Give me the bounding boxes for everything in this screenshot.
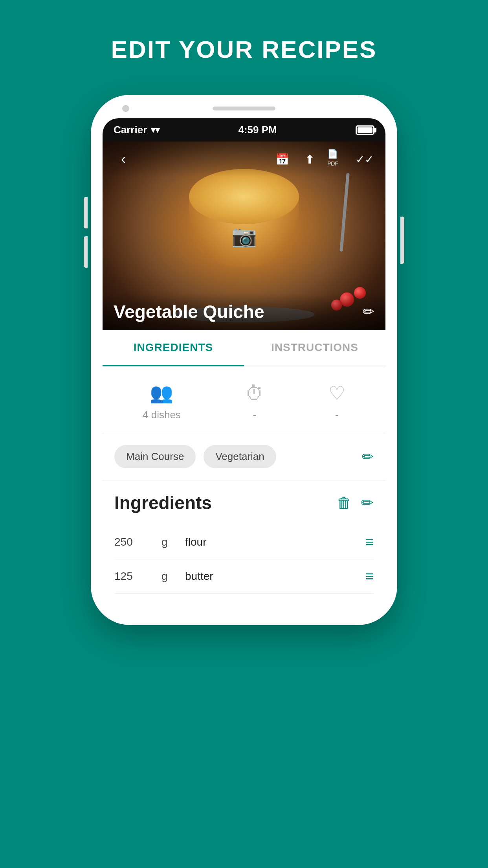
quiche-top — [189, 169, 299, 224]
battery-indicator — [356, 125, 374, 135]
tag-vegetarian[interactable]: Vegetarian — [204, 445, 276, 468]
delete-ingredients-button[interactable]: 🗑 — [337, 495, 352, 511]
ingredient-row-1: 250 g flour ≡ — [114, 525, 374, 559]
recipe-title-bar: Vegetable Quiche ✏ — [103, 293, 385, 330]
tag-main-course-label: Main Course — [126, 451, 184, 462]
ingredient-2-amount: 125 — [114, 570, 161, 583]
tab-ingredients[interactable]: INGREDIENTS — [103, 330, 244, 366]
pdf-icon: 📄PDF — [327, 149, 347, 169]
dishes-label: 4 dishes — [143, 409, 181, 421]
stats-row: 👥 4 dishes ⏱ - ♡ - — [103, 366, 385, 433]
stat-dishes[interactable]: 👥 4 dishes — [143, 382, 181, 421]
calendar-button[interactable]: 📅 — [272, 149, 292, 169]
stat-time[interactable]: ⏱ - — [245, 383, 264, 421]
ingredient-2-unit: g — [161, 570, 185, 583]
tab-instructions[interactable]: INSTRUCTIONS — [244, 330, 385, 366]
nav-icons-right: 📅 ⬆ 📄PDF ✓✓ — [272, 149, 374, 169]
back-icon: ‹ — [121, 151, 126, 167]
share-button[interactable]: ⬆ — [300, 149, 319, 169]
ingredient-row-2: 125 g butter ≡ — [114, 559, 374, 594]
camera-icon: 📷 — [231, 224, 257, 247]
wifi-icon: ▾▾ — [151, 125, 160, 135]
ingredient-1-amount: 250 — [114, 536, 161, 548]
drag-handle-1[interactable]: ≡ — [365, 534, 374, 550]
edit-ingredients-button[interactable]: ✏ — [361, 494, 374, 511]
share-icon: ⬆ — [305, 153, 315, 166]
phone-top-bar — [103, 107, 385, 110]
drag-handle-2[interactable]: ≡ — [365, 568, 374, 585]
ingredient-1-unit: g — [161, 536, 185, 548]
check-all-button[interactable]: ✓✓ — [355, 149, 374, 169]
volume-up-button — [84, 197, 88, 228]
front-camera — [122, 105, 129, 112]
favorites-label: - — [335, 409, 339, 421]
tags-row: Main Course Vegetarian ✏ — [103, 433, 385, 480]
tabs-container: INGREDIENTS INSTRUCTIONS — [103, 330, 385, 366]
recipe-name-label: Vegetable Quiche — [114, 301, 264, 322]
page-header-title: EDIT YOUR RECIPES — [111, 35, 377, 63]
time-icon: ⏱ — [245, 383, 264, 404]
tab-instructions-label: INSTRUCTIONS — [271, 341, 358, 353]
phone-speaker — [213, 107, 275, 110]
time-display: 4:59 PM — [238, 124, 277, 136]
ingredients-section: Ingredients 🗑 ✏ 250 g flour ≡ 125 g butt… — [103, 480, 385, 601]
stat-favorites[interactable]: ♡ - — [328, 382, 345, 421]
tab-ingredients-label: INGREDIENTS — [134, 341, 213, 353]
back-button[interactable]: ‹ — [114, 149, 133, 169]
carrier-info: Carrier ▾▾ — [114, 124, 160, 136]
battery-fill — [358, 127, 372, 133]
ingredients-title: Ingredients — [114, 492, 337, 513]
phone-screen: Carrier ▾▾ 4:59 PM ‹ — [103, 118, 385, 601]
recipe-image-container[interactable]: ‹ 📅 ⬆ 📄PDF ✓✓ — [103, 142, 385, 330]
camera-overlay-button[interactable]: 📷 — [231, 224, 257, 248]
pdf-button[interactable]: 📄PDF — [327, 149, 347, 169]
ingredients-header: Ingredients 🗑 ✏ — [114, 492, 374, 513]
volume-down-button — [84, 236, 88, 268]
phone-frame: Carrier ▾▾ 4:59 PM ‹ — [91, 95, 397, 625]
time-label: - — [253, 409, 257, 421]
recipe-name-edit-button[interactable]: ✏ — [363, 303, 374, 320]
ingredients-actions: 🗑 ✏ — [337, 494, 374, 511]
tag-vegetarian-label: Vegetarian — [215, 451, 264, 462]
status-bar: Carrier ▾▾ 4:59 PM — [103, 118, 385, 142]
carrier-label: Carrier — [114, 124, 147, 136]
tag-main-course[interactable]: Main Course — [114, 445, 196, 468]
tags-edit-button[interactable]: ✏ — [362, 449, 374, 465]
recipe-nav-bar: ‹ 📅 ⬆ 📄PDF ✓✓ — [103, 142, 385, 177]
check-all-icon: ✓✓ — [356, 153, 374, 166]
ingredient-1-name: flour — [185, 536, 365, 548]
favorites-icon: ♡ — [328, 382, 345, 404]
ingredient-2-name: butter — [185, 570, 365, 583]
calendar-icon: 📅 — [275, 153, 289, 166]
power-button — [400, 217, 404, 264]
dishes-icon: 👥 — [150, 382, 173, 404]
